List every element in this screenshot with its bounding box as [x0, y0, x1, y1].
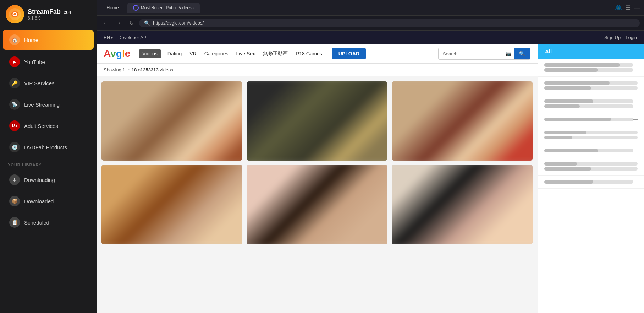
- lang-label: EN: [104, 35, 110, 40]
- downloading-icon: ⬇: [9, 174, 20, 185]
- browser-tab[interactable]: Most Recent Public Videos ·: [127, 3, 200, 13]
- top-bar: Home Most Recent Public Videos · 🧥 ☰ —: [97, 0, 644, 16]
- sidebar-header: StreamFab x64 6.1.6.9: [0, 0, 97, 28]
- app-info: StreamFab x64 6.1.6.9: [28, 8, 71, 21]
- website-top-nav: Avgle Videos Dating VR Categories Live S…: [97, 44, 538, 64]
- sidebar-item-vip-services[interactable]: 🔑 VIP Services: [3, 73, 94, 93]
- scheduled-icon: 📋: [9, 217, 20, 228]
- sidebar-item-scheduled[interactable]: 📋 Scheduled: [3, 212, 94, 232]
- sidebar-label-downloading: Downloading: [24, 177, 55, 183]
- language-selector[interactable]: EN ▾: [104, 35, 113, 40]
- upload-button[interactable]: UPLOAD: [332, 48, 366, 59]
- browser-viewport: EN ▾ Developer API Sign Up Login Avgle V…: [97, 31, 644, 313]
- library-section-label: YOUR LIBRARY: [0, 158, 97, 169]
- back-button[interactable]: ←: [101, 18, 111, 28]
- filter-item-7[interactable]: [538, 157, 644, 176]
- search-wrap: 📷 🔍: [438, 48, 530, 60]
- sign-up-link[interactable]: Sign Up: [604, 35, 621, 40]
- search-input[interactable]: [439, 49, 502, 59]
- url-bar: ← → ↻ 🔍: [97, 16, 644, 31]
- tab-favicon: [133, 5, 139, 11]
- vip-icon: 🔑: [9, 78, 20, 88]
- showing-info: Showing 1 to 18 of 353313 videos.: [97, 64, 538, 76]
- sidebar-label-downloaded: Downloaded: [24, 198, 54, 204]
- video-thumb-1[interactable]: [101, 81, 242, 161]
- url-bar-input-wrap: 🔍: [139, 19, 640, 27]
- filter-item-3[interactable]: —: [538, 95, 644, 113]
- app-logo: [6, 5, 24, 23]
- nav-link-categories[interactable]: Categories: [203, 50, 230, 57]
- url-input[interactable]: [153, 20, 635, 26]
- sidebar-item-youtube[interactable]: ▶ YouTube: [3, 52, 94, 72]
- home-icon: 🏠: [9, 34, 20, 45]
- sidebar-item-dvdfab[interactable]: 💿 DVDFab Products: [3, 137, 94, 157]
- filter-count-1: —: [633, 65, 638, 70]
- video-thumb-6[interactable]: [392, 165, 533, 244]
- nav-link-japanese[interactable]: 無修正動画: [262, 50, 289, 58]
- video-thumb-4[interactable]: [101, 165, 242, 244]
- lang-chevron: ▾: [111, 35, 113, 40]
- wardrobe-icon[interactable]: 🧥: [615, 4, 622, 11]
- sidebar: StreamFab x64 6.1.6.9 🏠 Home ▶ YouTube 🔑…: [0, 0, 97, 313]
- svg-point-3: [13, 13, 16, 16]
- nav-link-videos[interactable]: Videos: [139, 49, 161, 58]
- filter-item-1[interactable]: —: [538, 59, 644, 77]
- filter-count-6: —: [633, 148, 638, 153]
- nav-link-vr[interactable]: VR: [188, 50, 198, 57]
- filter-all-button[interactable]: All: [538, 44, 644, 59]
- nav-link-live-sex[interactable]: Live Sex: [235, 50, 257, 57]
- showing-end: 18: [132, 67, 137, 72]
- camera-search-button[interactable]: 📷: [502, 49, 514, 59]
- site-nav-bar: EN ▾ Developer API Sign Up Login: [97, 31, 644, 44]
- developer-api-link[interactable]: Developer API: [118, 35, 148, 40]
- live-streaming-icon: 📡: [9, 99, 20, 110]
- website-area: Avgle Videos Dating VR Categories Live S…: [97, 44, 538, 313]
- app-version: 6.1.6.9: [28, 16, 71, 21]
- video-thumb-5[interactable]: [247, 165, 387, 244]
- forward-button[interactable]: →: [114, 18, 123, 28]
- filter-count-3: —: [633, 101, 638, 106]
- sidebar-item-downloaded[interactable]: 📦 Downloaded: [3, 191, 94, 211]
- app-name: StreamFab: [28, 8, 61, 15]
- sidebar-label-home: Home: [24, 37, 38, 43]
- sidebar-item-home[interactable]: 🏠 Home: [3, 30, 94, 50]
- reload-button[interactable]: ↻: [126, 18, 136, 28]
- minimize-icon[interactable]: —: [634, 5, 640, 11]
- filter-count-4: —: [633, 117, 638, 122]
- home-tab[interactable]: Home: [101, 4, 125, 12]
- nav-link-r18[interactable]: R18 Games: [294, 50, 324, 57]
- filter-item-8[interactable]: —: [538, 176, 644, 189]
- search-submit-button[interactable]: 🔍: [514, 48, 530, 59]
- sidebar-label-live: Live Streaming: [24, 102, 60, 108]
- adult-icon: 18+: [9, 120, 20, 131]
- filter-item-6[interactable]: —: [538, 144, 644, 157]
- sidebar-item-downloading[interactable]: ⬇ Downloading: [3, 170, 94, 190]
- nav-link-dating[interactable]: Dating: [166, 50, 183, 57]
- sidebar-label-scheduled: Scheduled: [24, 220, 49, 226]
- downloaded-icon: 📦: [9, 196, 20, 206]
- showing-total: 353313: [143, 67, 158, 72]
- sidebar-item-adult-services[interactable]: 18+ Adult Services: [3, 116, 94, 136]
- sidebar-item-live-streaming[interactable]: 📡 Live Streaming: [3, 95, 94, 114]
- sidebar-label-vip: VIP Services: [24, 80, 55, 86]
- dvdfab-icon: 💿: [9, 142, 20, 152]
- sidebar-label-adult: Adult Services: [24, 123, 58, 129]
- tab-title: Most Recent Public Videos ·: [141, 5, 194, 10]
- login-link[interactable]: Login: [626, 35, 637, 40]
- youtube-icon: ▶: [9, 56, 20, 67]
- filter-item-5[interactable]: [538, 126, 644, 144]
- filter-item-4[interactable]: —: [538, 113, 644, 126]
- video-thumb-3[interactable]: [392, 81, 533, 161]
- sidebar-label-youtube: YouTube: [24, 59, 45, 65]
- sidebar-label-dvdfab: DVDFab Products: [24, 144, 67, 150]
- url-search-icon: 🔍: [144, 20, 150, 26]
- filter-count-8: —: [633, 179, 638, 184]
- avgle-logo: Avgle: [104, 48, 130, 59]
- video-thumb-2[interactable]: [247, 81, 387, 161]
- main-content: Home Most Recent Public Videos · 🧥 ☰ — ←…: [97, 0, 644, 313]
- app-arch: x64: [64, 10, 71, 15]
- right-filter-sidebar: All — —: [538, 44, 644, 313]
- filter-item-2[interactable]: [538, 77, 644, 95]
- menu-icon[interactable]: ☰: [626, 4, 631, 11]
- video-grid: [97, 76, 538, 249]
